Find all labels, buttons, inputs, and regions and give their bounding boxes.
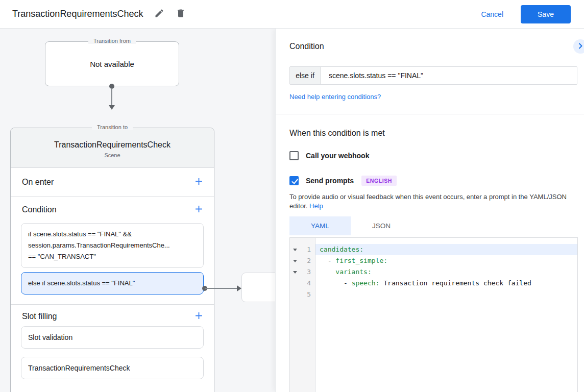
code-line: 5 [290,289,577,300]
condition-expression-field[interactable]: else if scene.slots.status == "FINAL" [289,66,577,85]
plus-icon [195,178,203,187]
when-met-heading: When this condition is met [289,129,385,138]
code-line: 2 - first_simple: [290,255,577,266]
slot-item-validation[interactable]: Slot validation [21,326,204,349]
language-badge: ENGLISH [361,176,397,186]
prompt-help-link[interactable]: Help [309,202,323,210]
prompt-description-text: To provide audio or visual feedback when… [289,193,567,210]
slot-filling-section: Slot filling Slot validation Transaction… [11,305,214,389]
fold-toggle[interactable] [290,244,300,255]
elseif-connector-line [205,288,237,289]
trash-icon [176,8,186,20]
tab-yaml[interactable]: YAML [289,216,351,235]
condition-if-line: session.params.TransactionRequirementsCh… [28,240,197,251]
add-condition-button[interactable] [195,205,203,214]
transition-from-value: Not available [90,60,134,68]
code-content[interactable]: - first_simple: [315,255,577,266]
add-on-enter-button[interactable] [195,178,203,187]
conditions-help-link[interactable]: Need help entering conditions? [289,93,381,101]
slot-item-transaction[interactable]: TransactionRequirementsCheck [21,357,204,379]
add-slot-button[interactable] [195,312,203,321]
editor-tabs: YAML JSON [289,216,412,235]
line-number: 5 [300,289,315,300]
collapse-panel-button[interactable] [573,39,584,54]
fold-toggle[interactable] [290,266,300,278]
elseif-connector-arrowhead-icon [237,285,241,291]
on-enter-label: On enter [22,178,54,187]
on-enter-row[interactable]: On enter [11,168,214,197]
webhook-row: Call your webhook [289,151,369,160]
edit-name-button[interactable] [154,8,164,20]
line-number: 3 [300,266,315,278]
code-line: 3 variants: [290,266,577,278]
pencil-icon [154,8,164,20]
scene-name: TransactionRequirementsCheck [54,140,171,150]
connector-vertical-line [111,88,112,106]
transition-from-label: Transition from [45,38,179,44]
fold-arrow-icon [293,271,297,274]
fold-toggle[interactable] [290,255,300,266]
panel-condition-heading: Condition [289,42,324,51]
code-line: 4 - speech: Transaction requirements che… [290,278,577,289]
code-content[interactable]: candidates: [315,244,577,255]
top-bar: TransactionRequirementsCheck Cancel Save [0,0,584,29]
condition-if-line: if scene.slots.status == "FINAL" && [28,229,197,240]
yaml-code-editor[interactable]: 1 candidates: 2 - first_simple: 3 varian… [289,237,578,392]
transition-from-node[interactable]: Transition from Not available [45,41,179,86]
send-prompts-row: Send prompts ENGLISH [289,176,397,186]
fold-arrow-icon [293,260,297,262]
scene-type: Scene [104,152,120,158]
slot-item-label: Slot validation [28,333,72,341]
save-button[interactable]: Save [521,5,571,23]
condition-prefix: else if [290,67,321,84]
code-content[interactable] [315,289,577,300]
send-prompts-label: Send prompts [306,177,354,185]
condition-section: Condition if scene.slots.status == "FINA… [11,197,214,305]
condition-elseif-text: else if scene.slots.status == "FINAL" [28,278,135,289]
send-prompts-checkbox[interactable] [289,176,299,185]
code-content[interactable]: - speech: Transaction requirements check… [315,278,577,289]
condition-expression-input[interactable]: scene.slots.status == "FINAL" [321,67,577,84]
connector-arrowhead-down-icon [109,105,115,110]
line-number: 4 [300,278,315,289]
condition-section-label: Condition [22,205,57,214]
condition-item-elseif-selected[interactable]: else if scene.slots.status == "FINAL" [21,272,204,295]
plus-icon [195,312,203,321]
slot-filling-label: Slot filling [22,312,57,321]
call-webhook-checkbox[interactable] [289,151,299,160]
fold-arrow-icon [293,249,297,251]
section-divider [276,114,584,114]
scene-card-header[interactable]: TransactionRequirementsCheck Scene [11,128,214,168]
line-number: 2 [300,255,315,266]
call-webhook-label: Call your webhook [306,152,369,160]
fold-spacer [290,278,300,289]
tab-json[interactable]: JSON [351,216,412,235]
cancel-button[interactable]: Cancel [481,10,503,18]
plus-icon [195,205,203,214]
chevron-right-icon [577,43,583,51]
line-number: 1 [300,244,315,255]
main-area: Transition from Not available Transition… [0,29,584,392]
code-line: 1 candidates: [290,244,577,255]
condition-item-if[interactable]: if scene.slots.status == "FINAL" && sess… [21,223,204,268]
condition-editor-panel: Condition else if scene.slots.status == … [276,29,584,392]
fold-spacer [290,289,300,300]
page-title: TransactionRequirementsCheck [12,9,143,19]
delete-scene-button[interactable] [176,8,186,20]
prompt-description: To provide audio or visual feedback when… [289,192,580,211]
code-content[interactable]: variants: [315,266,577,278]
condition-if-line: == "CAN_TRANSACT" [28,251,197,262]
slot-item-label: TransactionRequirementsCheck [28,364,130,372]
scene-card: Transition to TransactionRequirementsChe… [10,128,214,392]
